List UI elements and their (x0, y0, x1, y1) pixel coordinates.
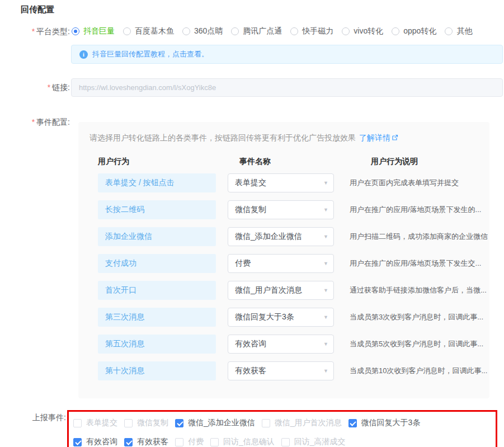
event-name-select[interactable]: 付费 (228, 254, 334, 273)
report-event-checkbox[interactable]: 有效获客 (124, 437, 168, 447)
platform-radio-option[interactable]: oppo转化 (392, 26, 436, 36)
checkbox-icon (175, 419, 183, 427)
platform-radio-option[interactable]: 腾讯广点通 (231, 26, 282, 36)
event-name-value: 有效咨询 (235, 339, 266, 349)
event-name-value: 表单提交 (235, 178, 266, 188)
chevron-down-icon (323, 341, 328, 347)
radio-label: 百度基木鱼 (135, 26, 174, 36)
behavior-chip-label: 首次开口 (105, 285, 136, 295)
platform-radio-option[interactable]: vivo转化 (342, 26, 383, 36)
notice-link[interactable]: 抖音巨量回传配置教程，点击查看。 (92, 49, 209, 59)
behavior-chip[interactable]: 第五次消息 (98, 335, 216, 354)
required-asterisk: * (32, 27, 35, 36)
chevron-down-icon (323, 261, 328, 266)
platform-radio-option[interactable]: 360点睛 (182, 26, 223, 36)
radio-icon (445, 27, 453, 35)
column-header-event: 事件名称 (239, 157, 271, 167)
platform-radio-option[interactable]: 抖音巨量 (72, 26, 115, 36)
event-row: 表单提交 / 按钮点击 表单提交 用户在页面内完成表单填写并提交 (78, 173, 489, 192)
page-title: 回传配置 (21, 4, 54, 15)
radio-icon (123, 27, 131, 35)
behavior-chip[interactable]: 长按二维码 (98, 200, 216, 219)
chevron-down-icon (323, 207, 328, 213)
event-name-select[interactable]: 有效咨询 (228, 335, 334, 354)
checkbox-icon (124, 438, 133, 446)
event-name-select[interactable]: 表单提交 (228, 173, 334, 192)
detail-link[interactable]: 了解详情 (359, 133, 398, 142)
platform-radio-option[interactable]: 其他 (445, 26, 472, 36)
report-event-checkbox[interactable]: 微信_用户首次消息 (262, 418, 342, 428)
notice-banner: 抖音巨量回传配置教程，点击查看。 (71, 45, 503, 64)
event-name-value: 有效获客 (235, 366, 266, 376)
checkbox-label: 微信_用户首次消息 (275, 418, 342, 428)
behavior-chip[interactable]: 第十次消息 (98, 361, 216, 380)
behavior-chip[interactable]: 支付成功 (98, 254, 216, 273)
event-name-select[interactable]: 微信复制 (228, 200, 334, 219)
platform-radio-group: 抖音巨量 百度基木鱼 360点睛 腾讯广点通 快手磁力 vivo转化 oppo转… (72, 26, 472, 36)
checkbox-label: 微信复制 (137, 418, 168, 428)
behavior-description: 当成员第5次收到客户消息时，回调此事... (350, 335, 483, 354)
event-name-select[interactable]: 微信_用户首次消息 (228, 281, 334, 300)
checkbox-line-1: 表单提交 微信复制 微信_添加企业微信 微信_用户首次消息 微信回复大于3条 (73, 415, 496, 431)
report-event-checkbox[interactable]: 有效咨询 (73, 437, 117, 447)
behavior-chip-label: 长按二维码 (105, 205, 144, 215)
checkbox-icon (281, 438, 290, 446)
link-input[interactable] (71, 78, 503, 97)
radio-label: oppo转化 (403, 26, 436, 36)
checkbox-icon (73, 438, 82, 446)
checkbox-icon (262, 419, 270, 427)
report-events-label: 上报事件: (0, 413, 66, 423)
chevron-down-icon (323, 288, 328, 293)
info-icon (79, 50, 88, 59)
chevron-down-icon (323, 234, 328, 239)
behavior-description: 当成员第3次收到客户消息时，回调此事... (350, 308, 483, 327)
checkbox-label: 回访_高潜成交 (294, 437, 346, 447)
checkbox-label: 有效咨询 (86, 437, 117, 447)
behavior-chip-label: 表单提交 / 按钮点击 (105, 178, 175, 188)
platform-radio-option[interactable]: 快手磁力 (290, 26, 333, 36)
behavior-chip-label: 第十次消息 (105, 366, 144, 376)
event-name-select[interactable]: 有效获客 (228, 361, 334, 380)
checkbox-icon (73, 419, 82, 427)
behavior-description: 用户在推广的应用/落地页场景下发生交... (350, 254, 481, 273)
behavior-description: 用户在推广的应用/落地页场景下发生的... (350, 200, 481, 219)
event-name-select[interactable]: 微信回复大于3条 (228, 308, 334, 327)
checkbox-icon (210, 438, 219, 446)
behavior-description: 通过获客助手链接添加微信客户后，当微... (350, 281, 487, 300)
report-event-checkbox[interactable]: 微信_添加企业微信 (175, 418, 255, 428)
report-event-checkbox[interactable]: 付费 (175, 437, 204, 447)
radio-icon (392, 27, 399, 35)
behavior-chip-label: 添加企业微信 (105, 232, 152, 242)
event-row: 长按二维码 微信复制 用户在推广的应用/落地页场景下发生的... (78, 200, 489, 219)
platform-type-label: *平台类型: (0, 27, 70, 37)
platform-radio-option[interactable]: 百度基木鱼 (123, 26, 174, 36)
behavior-chip[interactable]: 第三次消息 (98, 308, 216, 327)
checkbox-label: 微信_添加企业微信 (188, 418, 255, 428)
behavior-chip[interactable]: 表单提交 / 按钮点击 (98, 173, 216, 192)
behavior-chip[interactable]: 添加企业微信 (98, 227, 216, 246)
event-row: 首次开口 微信_用户首次消息 通过获客助手链接添加微信客户后，当微... (78, 281, 489, 300)
report-event-checkbox[interactable]: 回访_高潜成交 (281, 437, 346, 447)
checkbox-icon (348, 419, 357, 427)
chevron-down-icon (323, 368, 328, 374)
behavior-chip[interactable]: 首次开口 (98, 281, 216, 300)
behavior-chip-label: 第三次消息 (105, 312, 144, 322)
event-name-value: 微信_用户首次消息 (235, 285, 302, 295)
behavior-description: 用户扫描二维码，成功添加商家的企业微信 (350, 227, 488, 246)
radio-label: 腾讯广点通 (243, 26, 282, 36)
checkbox-line-2: 有效咨询 有效获客 付费 回访_信息确认 回访_高潜成交 (73, 434, 496, 447)
radio-icon (182, 27, 190, 35)
report-event-checkbox[interactable]: 微信复制 (124, 418, 168, 428)
report-event-checkbox[interactable]: 回访_信息确认 (210, 437, 275, 447)
report-event-checkbox[interactable]: 微信回复大于3条 (348, 418, 421, 428)
event-name-value: 微信复制 (235, 205, 266, 215)
event-row: 第十次消息 有效获客 当成员第10次收到客户消息时，回调此事... (78, 361, 489, 380)
checkbox-icon (124, 419, 133, 427)
event-row: 支付成功 付费 用户在推广的应用/落地页场景下发生交... (78, 254, 489, 273)
event-name-select[interactable]: 微信_添加企业微信 (228, 227, 334, 246)
event-name-value: 微信_添加企业微信 (235, 232, 302, 242)
chevron-down-icon (323, 180, 328, 186)
radio-label: 抖音巨量 (83, 26, 115, 36)
radio-label: 其他 (456, 26, 472, 36)
report-event-checkbox[interactable]: 表单提交 (73, 418, 117, 428)
